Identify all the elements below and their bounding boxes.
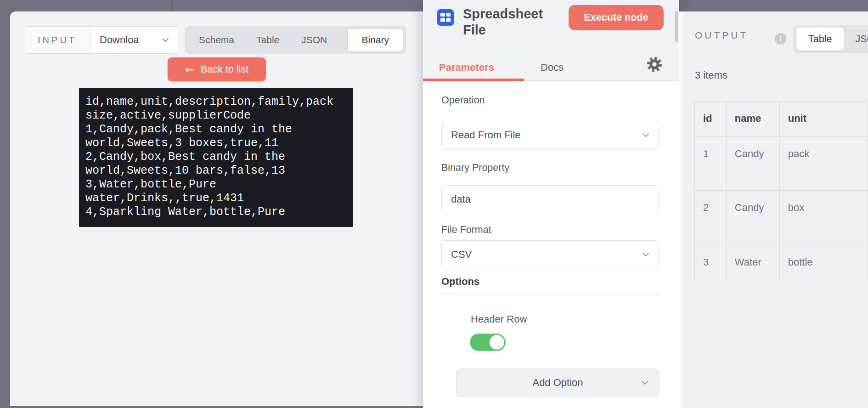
- input-source-group: INPUT Downloa: [24, 26, 178, 54]
- table-cell: 3: [695, 245, 727, 280]
- node-detail-view: INPUT Downloa SchemaTableJSONBinary ← Ba…: [0, 0, 868, 408]
- scrollbar-thumb[interactable]: [675, 11, 678, 42]
- input-panel: INPUT Downloa SchemaTableJSONBinary ← Ba…: [10, 11, 423, 406]
- output-items-count: 3 items: [695, 69, 727, 81]
- table-cell: Water: [726, 245, 779, 280]
- table-row: 2Candybox: [695, 191, 868, 245]
- chevron-down-icon: [161, 36, 169, 44]
- execute-node-button[interactable]: Execute node: [569, 5, 664, 30]
- input-panel-label: INPUT: [24, 27, 90, 53]
- table-cell: box: [779, 191, 826, 245]
- node-settings-panel: Spreadsheet File Execute node Parameters…: [423, 0, 679, 408]
- table-cell-clipped: [826, 137, 868, 191]
- csv-line: size,active,supplierCode: [85, 109, 347, 123]
- active-tab-underline: [423, 79, 524, 81]
- column-header-id: id: [695, 102, 727, 137]
- csv-line: 1,Candy,pack,Best candy in the: [85, 123, 347, 136]
- csv-line: world,Sweets,3 boxes,true,11: [85, 136, 347, 150]
- toggle-knob: [490, 335, 504, 350]
- spreadsheet-node-icon: [437, 9, 454, 26]
- binary-property-value: data: [451, 193, 650, 205]
- input-source-value: Downloa: [100, 34, 155, 46]
- output-tab-table[interactable]: Table: [796, 28, 844, 51]
- file-format-label: File Format: [441, 224, 491, 236]
- add-option-button[interactable]: Add Option: [456, 368, 659, 397]
- table-row: 1Candypack: [695, 137, 868, 191]
- table-cell-clipped: [826, 245, 868, 280]
- table-cell: Candy: [726, 137, 779, 191]
- binary-property-input[interactable]: data: [441, 185, 659, 213]
- file-format-select[interactable]: CSV: [441, 240, 659, 268]
- tab-parameters[interactable]: Parameters: [439, 62, 494, 74]
- table-cell: Candy: [726, 191, 779, 245]
- csv-line: id,name,unit,description,family,pack: [85, 95, 347, 109]
- panel-scroll-gutter: [679, 11, 682, 408]
- output-table-wrap: idnameunit 1Candypack2Candybox3Waterbott…: [694, 101, 868, 280]
- options-heading: Options: [441, 276, 659, 295]
- add-option-label: Add Option: [532, 377, 583, 389]
- table-cell: 2: [695, 191, 727, 245]
- input-view-tabs: SchemaTableJSONBinary: [185, 26, 406, 54]
- gear-icon[interactable]: [646, 56, 663, 73]
- node-panel-header: Spreadsheet File Execute node Parameters…: [423, 0, 679, 81]
- input-tab-json[interactable]: JSON: [290, 34, 338, 45]
- operation-select[interactable]: Read From File: [441, 121, 659, 149]
- output-panel-label: OUTPUT: [695, 30, 748, 41]
- chevron-down-icon: [642, 250, 650, 259]
- back-to-list-label: Back to list: [201, 64, 248, 75]
- output-tab-json[interactable]: JSON: [855, 34, 868, 45]
- header-row-toggle[interactable]: [470, 334, 506, 351]
- csv-line: 2,Candy,box,Best candy in the: [85, 150, 347, 164]
- csv-line: 3,Water,bottle,Pure: [85, 178, 347, 192]
- csv-line: water,Drinks,,true,1431: [85, 192, 347, 205]
- csv-line: world,Sweets,10 bars,false,13: [85, 164, 347, 178]
- file-format-value: CSV: [451, 249, 642, 261]
- info-icon[interactable]: i: [775, 33, 786, 45]
- input-tab-table[interactable]: Table: [245, 34, 290, 45]
- csv-line: 4,Sparkling Water,bottle,Pure: [85, 205, 347, 219]
- column-header-clipped: [826, 102, 868, 137]
- binary-property-label: Binary Property: [441, 162, 509, 174]
- output-view-tabs: Table JSON: [793, 25, 868, 53]
- input-source-select[interactable]: Downloa: [90, 27, 178, 53]
- tab-docs[interactable]: Docs: [541, 62, 564, 74]
- column-header-unit: unit: [779, 102, 826, 137]
- node-title: Spreadsheet File: [463, 6, 562, 38]
- table-row: 3Waterbottle: [695, 245, 868, 280]
- output-table-header-row: idnameunit: [695, 102, 868, 137]
- back-to-list-button[interactable]: ← Back to list: [168, 57, 266, 81]
- operation-label: Operation: [441, 95, 485, 106]
- table-cell-clipped: [826, 191, 868, 245]
- input-tab-binary[interactable]: Binary: [348, 29, 403, 51]
- column-header-name: name: [726, 102, 779, 137]
- top-bar-right: [678, 0, 868, 11]
- top-bar-divider: [172, 0, 173, 11]
- header-row-label: Header Row: [471, 313, 527, 325]
- arrow-left-icon: ←: [185, 64, 195, 75]
- binary-data-preview: id,name,unit,description,family,packsize…: [79, 88, 353, 227]
- chevron-down-icon: [641, 379, 649, 387]
- operation-value: Read From File: [451, 129, 642, 141]
- table-cell: bottle: [779, 245, 826, 280]
- input-tab-schema[interactable]: Schema: [188, 34, 245, 45]
- output-panel: OUTPUT i Table JSON 3 items idnameunit 1…: [682, 11, 868, 408]
- output-table: idnameunit 1Candypack2Candybox3Waterbott…: [694, 101, 868, 280]
- table-cell: pack: [779, 137, 826, 191]
- table-cell: 1: [695, 137, 727, 191]
- top-bar: [0, 0, 423, 11]
- chevron-down-icon: [642, 131, 650, 139]
